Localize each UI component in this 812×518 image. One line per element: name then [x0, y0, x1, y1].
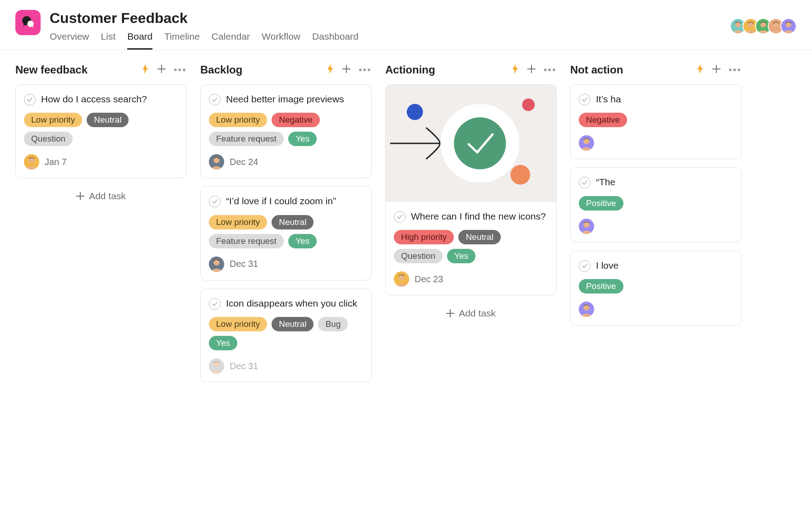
card-title: Where can I find the new icons? — [411, 210, 546, 223]
complete-check-icon[interactable] — [209, 298, 221, 310]
tag[interactable]: Neutral — [272, 215, 314, 229]
tab-overview[interactable]: Overview — [50, 31, 89, 50]
tag[interactable]: Positive — [579, 196, 623, 211]
add-task-button[interactable]: Add task — [385, 303, 557, 323]
task-card[interactable]: Need better image previewsLow priorityNe… — [200, 84, 372, 178]
column-more-icon[interactable]: ••• — [174, 64, 187, 76]
complete-check-icon[interactable] — [579, 94, 591, 105]
task-card[interactable]: I lovePositive — [570, 251, 742, 325]
card-date: Dec 31 — [230, 361, 258, 371]
card-date: Dec 24 — [230, 157, 258, 167]
card-date: Dec 23 — [415, 274, 443, 284]
complete-check-icon[interactable] — [579, 177, 591, 188]
task-card[interactable]: Icon disappears when you clickLow priori… — [200, 289, 372, 382]
tag[interactable]: Feature request — [209, 234, 284, 248]
automation-bolt-icon[interactable] — [696, 64, 704, 76]
header-left: Customer Feedback OverviewListBoardTimel… — [15, 10, 359, 50]
card-title-row: How do I access search? — [24, 93, 178, 105]
card-date: Dec 31 — [230, 259, 258, 269]
tag[interactable]: Neutral — [272, 317, 314, 331]
complete-check-icon[interactable] — [579, 260, 591, 272]
svg-point-24 — [522, 99, 535, 111]
project-members[interactable] — [730, 10, 797, 34]
column-more-icon[interactable]: ••• — [544, 64, 557, 76]
add-card-button[interactable] — [157, 65, 166, 75]
card-title: It’s ha — [596, 93, 621, 105]
column-actions: ••• — [696, 64, 742, 76]
complete-check-icon[interactable] — [209, 94, 221, 105]
tab-list[interactable]: List — [101, 31, 116, 50]
tag[interactable]: Question — [24, 132, 73, 146]
add-task-button[interactable]: Add task — [15, 186, 187, 206]
column-actions: ••• — [141, 64, 187, 76]
complete-check-icon[interactable] — [394, 211, 406, 223]
card-tags: Positive — [579, 196, 733, 211]
tab-timeline[interactable]: Timeline — [164, 31, 200, 50]
tag[interactable]: Question — [394, 249, 443, 263]
automation-bolt-icon[interactable] — [326, 64, 334, 76]
assignee-avatar[interactable] — [394, 271, 409, 287]
card-title: “The — [596, 176, 615, 188]
project-icon[interactable] — [15, 10, 41, 35]
assignee-avatar[interactable] — [24, 154, 39, 170]
tag[interactable]: Neutral — [87, 113, 129, 127]
column-header: Backlog••• — [200, 64, 372, 76]
tab-calendar[interactable]: Calendar — [212, 31, 250, 50]
tab-board[interactable]: Board — [127, 31, 152, 50]
member-avatar[interactable] — [780, 18, 797, 34]
add-card-button[interactable] — [342, 65, 351, 75]
tag[interactable]: Low priority — [24, 113, 82, 127]
column: Backlog•••Need better image previewsLow … — [200, 64, 372, 390]
card-tags: Negative — [579, 113, 733, 127]
card-tags: Low priorityNeutralFeature requestYes — [209, 215, 363, 248]
column-header: Actioning••• — [385, 64, 557, 76]
tag[interactable]: Feature request — [209, 132, 284, 146]
card-cover-image — [386, 85, 556, 202]
column-more-icon[interactable]: ••• — [729, 64, 742, 76]
tag[interactable]: Neutral — [458, 230, 500, 244]
card-footer: Jan 7 — [24, 154, 178, 170]
complete-check-icon[interactable] — [24, 94, 36, 105]
card-tags: Low priorityNeutralQuestion — [24, 113, 178, 146]
task-card[interactable]: “I’d love if I could zoom in”Low priorit… — [200, 186, 372, 280]
tag[interactable]: Negative — [579, 113, 627, 127]
task-card[interactable]: Where can I find the new icons?High prio… — [385, 84, 557, 295]
add-card-button[interactable] — [712, 65, 720, 75]
complete-check-icon[interactable] — [209, 196, 221, 207]
column-more-icon[interactable]: ••• — [359, 64, 372, 76]
assignee-avatar[interactable] — [579, 302, 594, 317]
tag[interactable]: Bug — [318, 317, 348, 331]
tag[interactable]: Yes — [209, 336, 237, 350]
tag[interactable]: Low priority — [209, 317, 267, 331]
svg-point-1 — [28, 21, 34, 27]
svg-point-23 — [407, 104, 423, 120]
automation-bolt-icon[interactable] — [511, 64, 519, 76]
tag[interactable]: High priority — [394, 230, 454, 244]
task-card[interactable]: “The Positive — [570, 167, 742, 242]
add-card-button[interactable] — [527, 65, 535, 75]
tag[interactable]: Low priority — [209, 215, 267, 229]
tag[interactable]: Positive — [579, 279, 623, 293]
card-title: “I’d love if I could zoom in” — [226, 195, 336, 207]
card-tags: High priorityNeutralQuestionYes — [394, 230, 548, 263]
assignee-avatar[interactable] — [209, 257, 224, 272]
task-card[interactable]: How do I access search?Low priorityNeutr… — [15, 84, 187, 178]
tag[interactable]: Yes — [288, 132, 317, 146]
column: New feedback•••How do I access search?Lo… — [15, 64, 187, 206]
tag[interactable]: Low priority — [209, 113, 267, 127]
tag[interactable]: Yes — [288, 234, 317, 248]
assignee-avatar[interactable] — [209, 154, 224, 170]
automation-bolt-icon[interactable] — [141, 64, 149, 76]
tag[interactable]: Negative — [272, 113, 320, 127]
tab-dashboard[interactable]: Dashboard — [312, 31, 359, 50]
chat-bubbles-icon — [20, 15, 36, 30]
card-title-row: “The — [579, 176, 733, 188]
column-title: Not action — [570, 64, 623, 76]
project-title: Customer Feedback — [50, 10, 359, 27]
assignee-avatar[interactable] — [209, 358, 224, 374]
task-card[interactable]: It’s haNegative — [570, 84, 742, 159]
assignee-avatar[interactable] — [579, 135, 594, 151]
tab-workflow[interactable]: Workflow — [262, 31, 300, 50]
assignee-avatar[interactable] — [579, 219, 594, 234]
tag[interactable]: Yes — [447, 249, 475, 263]
